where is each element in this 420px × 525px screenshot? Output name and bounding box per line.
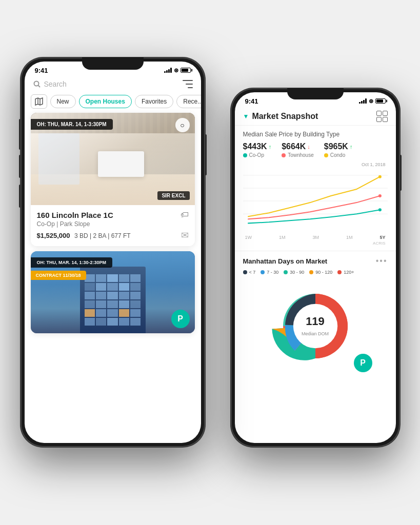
heart-button[interactable]: ○	[175, 118, 190, 132]
donut-sub: Median DOM	[302, 331, 329, 336]
listing-image-2: OH: THU, MAR. 14, 1:30-2:30PM CONTRACT 1…	[31, 251, 195, 333]
tab-favorites[interactable]: Favorites	[135, 95, 173, 108]
listing-details-1: 3 BD | 2 BA | 677 FT	[74, 232, 131, 239]
market-snapshot-title: Market Snapshot	[252, 112, 318, 121]
donut-legend: < 7 7 - 30 30 - 90 90 - 120	[243, 270, 388, 275]
market-title-row: ▼ Market Snapshot	[243, 112, 318, 121]
listing-address-1: 160 Lincoln Place 1C	[37, 211, 113, 219]
price-coop: $443K ↑ Co-Op	[243, 142, 272, 158]
donut-title: Manhattan Days on Market	[243, 257, 328, 265]
grid-view-icon[interactable]	[376, 111, 388, 122]
price-condo: $965K ↑ Condo	[324, 142, 353, 158]
status-icons-left: ⊛	[164, 67, 191, 74]
listing-card-2[interactable]: OH: THU, MAR. 14, 1:30-2:30PM CONTRACT 1…	[31, 251, 195, 333]
tab-recent[interactable]: Rece...	[176, 95, 201, 108]
svg-point-0	[34, 82, 38, 86]
svg-point-10	[378, 194, 381, 197]
listing-card-1[interactable]: OH: THU, MAR. 14, 1-3:30PM SIR EXCL ○ 16…	[31, 113, 195, 246]
address-row-1: 160 Lincoln Place 1C 🏷	[37, 210, 189, 219]
listing-image-1: OH: THU, MAR. 14, 1-3:30PM SIR EXCL ○	[31, 113, 195, 205]
left-phone: 9:41 ⊛ Search	[21, 57, 205, 447]
townhouse-label: Townhouse	[288, 152, 314, 158]
battery-icon-right	[375, 98, 386, 104]
share-icon[interactable]: ✉	[181, 230, 189, 241]
donut-chart-area: 119 Median DOM 8% 24% 15% 50% 3% P	[243, 280, 388, 372]
filter-icon[interactable]	[183, 79, 193, 89]
condo-label: Condo	[330, 152, 345, 158]
donut-center: 119 Median DOM	[302, 315, 329, 337]
filter-tabs: New Open Houses Favorites Rece...	[25, 92, 201, 113]
sir-badge: SIR EXCL	[157, 191, 189, 200]
price-townhouse: $664K ↓ Townhouse	[282, 142, 314, 158]
time-left: 9:41	[35, 67, 48, 74]
legend-dot-90-120	[309, 270, 313, 274]
wifi-icon: ⊛	[174, 67, 178, 74]
townhouse-price: $664K ↓	[282, 142, 314, 151]
svg-point-9	[378, 175, 381, 178]
chevron-icon[interactable]: ▼	[243, 113, 249, 120]
donut-number: 119	[302, 315, 329, 328]
legend-90-120: 90 - 120	[309, 270, 332, 275]
search-input-area[interactable]: Search	[33, 80, 67, 88]
condo-price: $965K ↑	[324, 142, 353, 151]
search-placeholder: Search	[44, 80, 67, 88]
chart-svg	[243, 160, 388, 232]
svg-point-11	[378, 208, 381, 211]
townhouse-dot	[282, 153, 286, 157]
pct-label-50: 50%	[251, 324, 262, 330]
left-screen: 9:41 ⊛ Search	[25, 62, 201, 443]
oh-banner-1: OH: THU, MAR. 14, 1-3:30PM	[31, 119, 113, 130]
condo-arrow: ↑	[350, 144, 353, 150]
search-icon	[33, 80, 41, 88]
listing-sub-1: Co-Op | Park Slope	[37, 220, 189, 228]
legend-label-90-120: 90 - 120	[315, 270, 332, 275]
more-options-icon[interactable]: •••	[376, 256, 388, 266]
donut-title-row: Manhattan Days on Market •••	[243, 256, 388, 266]
svg-marker-2	[35, 98, 43, 105]
date-label: Oct 1, 2018	[362, 162, 386, 167]
line-chart: Oct 1, 2018	[243, 160, 388, 232]
p-logo-right: P	[354, 354, 372, 372]
legend-lt7: < 7	[243, 270, 256, 275]
pct-label-8: 8%	[353, 289, 361, 295]
condo-dot	[324, 153, 328, 157]
legend-dot-7-30	[261, 270, 265, 274]
legend-label-120plus: 120+	[344, 270, 354, 275]
price-row-1: $1,525,000 3 BD | 2 BA | 677 FT ✉	[37, 230, 189, 241]
wifi-icon-right: ⊛	[369, 98, 373, 105]
time-axis: 1W 1M 3M 1M 5Y	[243, 234, 388, 241]
time-right: 9:41	[245, 97, 258, 105]
townhouse-arrow: ↓	[307, 144, 310, 150]
legend-label-lt7: < 7	[249, 270, 256, 275]
legend-30-90: 30 - 90	[284, 270, 304, 275]
tag-icon[interactable]: 🏷	[181, 210, 189, 219]
signal-icon	[164, 68, 172, 73]
notch-right	[287, 88, 344, 99]
signal-icon-right	[359, 98, 367, 104]
legend-label-7-30: 7 - 30	[267, 270, 278, 275]
tab-map[interactable]	[31, 94, 47, 109]
coop-label: Co-Op	[249, 152, 264, 158]
tab-new[interactable]: New	[50, 95, 76, 108]
status-icons-right: ⊛	[359, 98, 386, 105]
contract-badge: CONTRACT 11/30/18	[31, 271, 86, 280]
legend-label-30-90: 30 - 90	[290, 270, 304, 275]
p-logo-left: P	[171, 310, 190, 328]
tab-open-houses[interactable]: Open Houses	[79, 95, 132, 108]
notch-left	[82, 57, 144, 70]
listing-info-1: 160 Lincoln Place 1C 🏷 Co-Op | Park Slop…	[31, 205, 195, 246]
pct-label-24: 24%	[362, 301, 372, 307]
donut-section: Manhattan Days on Market ••• < 7 7 - 30	[235, 251, 396, 377]
oh-banner-2: OH: THU, MAR. 14, 1:30-2:30PM	[31, 257, 113, 268]
market-header: ▼ Market Snapshot	[235, 107, 396, 126]
listing-price-1: $1,525,000	[37, 232, 70, 239]
legend-120plus: 120+	[337, 270, 354, 275]
acris-label: ACRIS	[243, 241, 388, 246]
coop-price: $443K ↑	[243, 142, 272, 151]
chart-section: Median Sale Price by Building Type $443K…	[235, 126, 396, 251]
search-bar: Search	[25, 76, 201, 92]
pct-label-3: 3%	[285, 290, 292, 295]
price-labels: $443K ↑ Co-Op $664K ↓	[243, 142, 388, 158]
phones-container: 9:41 ⊛ Search	[10, 16, 410, 509]
legend-dot-120plus	[337, 270, 342, 274]
